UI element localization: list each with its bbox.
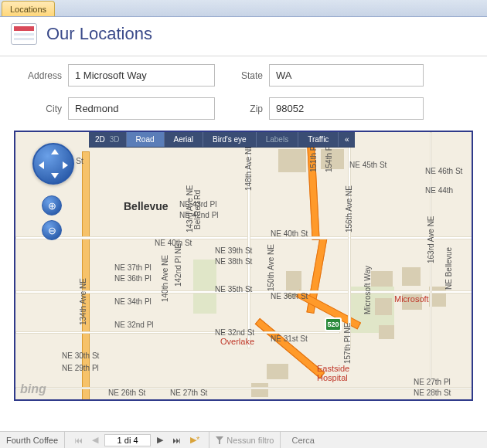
map-label: 157th Pl NE xyxy=(343,323,352,364)
address-label: Address xyxy=(14,70,68,81)
pan-down-icon[interactable] xyxy=(51,173,59,178)
map-label: Microsoft Way xyxy=(363,266,372,314)
map-label: NE 35th St xyxy=(215,285,252,294)
filter-label: Nessun filtro xyxy=(226,436,274,445)
map-label: NE 26th St xyxy=(108,389,145,397)
map-label: NE 29th Pl xyxy=(62,364,99,372)
map-pan-control xyxy=(32,143,74,185)
map-label: NE 36th Pl xyxy=(114,274,152,283)
address-input[interactable] xyxy=(68,64,215,87)
map-mode-3d[interactable]: 3D xyxy=(110,135,120,144)
map-label: Bellevue xyxy=(124,200,169,212)
zip-input[interactable] xyxy=(269,97,424,120)
city-input[interactable] xyxy=(68,97,215,120)
nav-new-button[interactable]: ▶* xyxy=(187,435,203,445)
map-toolbar-collapse[interactable]: « xyxy=(338,132,355,147)
map-label: NE 44th xyxy=(425,186,453,195)
map-label: NE 39th St xyxy=(215,246,252,255)
map-label: 148th Ave NE xyxy=(244,144,253,191)
map-label: Microsoft xyxy=(394,294,429,304)
state-label: State xyxy=(238,70,269,81)
map-label: NE 27th Pl xyxy=(414,378,451,386)
pan-left-icon[interactable] xyxy=(39,161,44,169)
map-label: 150th Ave NE xyxy=(267,244,275,291)
zip-label: Zip xyxy=(238,104,269,114)
map-mode-2d[interactable]: 2D xyxy=(95,135,105,144)
map-label: 134th Ave NE xyxy=(79,278,87,325)
zoom-in-button[interactable]: ⊕ xyxy=(42,195,62,216)
nav-prev-button[interactable]: ◀ xyxy=(89,435,101,445)
map-label: NE 32nd St xyxy=(215,328,254,337)
funnel-icon xyxy=(216,436,223,444)
state-input[interactable] xyxy=(269,64,424,87)
map-canvas[interactable]: Bellevue Overlake EastsideHospital Micro… xyxy=(15,132,472,399)
map-label: NE 45th St xyxy=(349,161,387,169)
filter-indicator[interactable]: Nessun filtro xyxy=(209,432,281,448)
map-style-aerial[interactable]: Aerial xyxy=(164,132,203,147)
page-title: Our Locations xyxy=(46,24,152,44)
map-label: Overlake xyxy=(220,337,254,346)
city-label: City xyxy=(14,104,68,114)
map-label: 156th Ave NE xyxy=(345,185,353,232)
map-toggle-labels[interactable]: Labels xyxy=(256,132,298,147)
map-label: 163rd Ave NE xyxy=(427,216,435,263)
pan-up-icon[interactable] xyxy=(51,149,59,154)
map-label: NE 30th St xyxy=(62,351,99,360)
map-style-birdseye[interactable]: Bird's eye xyxy=(203,132,256,147)
map-label: 140th Ave NE xyxy=(161,255,169,302)
map-label: Bel Red Rd xyxy=(193,190,202,229)
record-navigation-bar: Fourth Coffee ⏮ ◀ ▶ ⏭ ▶* Nessun filtro xyxy=(0,431,487,448)
map-label: 142nd Pl NE xyxy=(174,243,182,287)
map-style-road[interactable]: Road xyxy=(126,132,164,147)
zoom-out-button[interactable]: ⊖ xyxy=(42,220,62,240)
map-label: NE 32nd Pl xyxy=(114,321,154,329)
map-attribution: bing xyxy=(20,382,46,396)
form-header: Our Locations xyxy=(0,17,487,56)
record-label: Fourth Coffee xyxy=(0,432,65,448)
highway-shield: 520 xyxy=(325,317,342,331)
map-label: NE 31st St xyxy=(271,334,308,343)
tab-locations[interactable]: Locations xyxy=(2,1,55,16)
pan-right-icon[interactable] xyxy=(63,161,68,169)
map-label: NE 36th St xyxy=(271,292,308,300)
map-label: NE 38th St xyxy=(215,257,252,266)
map-label: NE 34th Pl xyxy=(114,297,152,306)
search-input[interactable] xyxy=(287,434,380,446)
map-label: NE 37th Pl xyxy=(114,263,152,272)
map-toolbar: 2D 3D Road Aerial Bird's eye Labels Traf… xyxy=(89,132,355,148)
record-position-input[interactable] xyxy=(104,434,151,446)
map-label: EastsideHospital xyxy=(317,364,349,382)
map-toggle-traffic[interactable]: Traffic xyxy=(298,132,338,147)
address-form: Address State City Zip xyxy=(0,56,487,120)
nav-next-button[interactable]: ▶ xyxy=(154,435,166,445)
map-label: NE Bellevue xyxy=(444,247,453,290)
tab-bar: Locations xyxy=(0,0,487,17)
nav-first-button[interactable]: ⏮ xyxy=(71,436,86,445)
form-icon xyxy=(11,23,37,45)
map-control[interactable]: Bellevue Overlake EastsideHospital Micro… xyxy=(14,131,473,401)
map-label: NE 46th St xyxy=(425,167,462,175)
map-label: NE 40th St xyxy=(271,229,308,238)
map-label: NE 27th St xyxy=(170,389,207,397)
map-label: NE 28th St xyxy=(414,389,451,397)
nav-last-button[interactable]: ⏭ xyxy=(169,436,184,445)
